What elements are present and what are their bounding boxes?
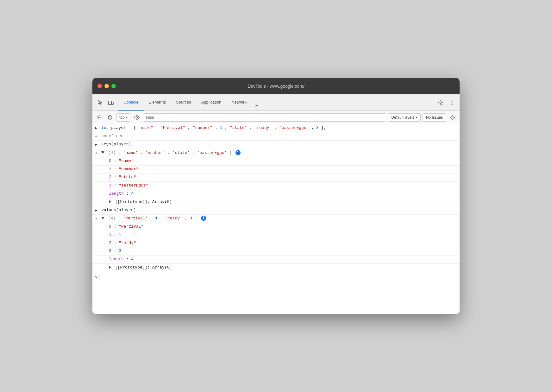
- console-line: ▶ let player = { "name" : "Parzival" , "…: [92, 124, 460, 132]
- expand-toggle[interactable]: [109, 200, 111, 203]
- live-expression-button[interactable]: [132, 113, 141, 122]
- cursor-icon: [97, 100, 103, 105]
- console-line: 0 : "name": [92, 157, 460, 166]
- main-toolbar: Console Elements Sources Application Net…: [92, 94, 460, 111]
- eye-icon: [134, 115, 140, 120]
- tab-bar: Console Elements Sources Application Net…: [118, 94, 436, 111]
- expand-toggle[interactable]: ▶: [95, 207, 101, 214]
- clear-icon: [97, 115, 102, 120]
- toolbar-left-actions: [95, 98, 116, 108]
- info-badge[interactable]: i: [201, 216, 206, 221]
- console-line: 1 : "number": [92, 166, 460, 174]
- tab-console[interactable]: Console: [118, 94, 144, 111]
- console-output: ▶ let player = { "name" : "Parzival" , "…: [92, 124, 460, 314]
- console-line: ▶ values(player): [92, 206, 460, 215]
- more-tabs-button[interactable]: »: [252, 100, 262, 111]
- window-controls: [97, 84, 116, 88]
- console-filter-input[interactable]: [143, 113, 386, 122]
- tab-elements[interactable]: Elements: [144, 94, 171, 111]
- tab-sources[interactable]: Sources: [171, 94, 196, 111]
- maximize-button[interactable]: [111, 84, 116, 88]
- inspect-element-button[interactable]: [95, 98, 105, 108]
- window-title: DevTools - www.google.com/: [248, 84, 304, 89]
- console-line: 1 : 1: [92, 231, 460, 239]
- device-icon: [108, 100, 114, 105]
- output-arrow: ◀: [95, 133, 101, 140]
- tab-application[interactable]: Application: [196, 94, 227, 111]
- console-line: 0 : "Parzival": [92, 223, 460, 231]
- svg-point-4: [452, 100, 453, 101]
- settings-small-icon: [450, 115, 455, 120]
- minimize-button[interactable]: [104, 84, 109, 88]
- console-line: ◀ (4) [ 'name' , 'number' , 'state' , 'e…: [92, 149, 460, 157]
- svg-line-9: [109, 116, 112, 119]
- console-line: ◀ (4) [ 'Parzival' , 1 , 'ready' , 3 ] i: [92, 215, 460, 223]
- console-line: length : 4: [92, 190, 460, 198]
- console-line: ▶ keys(player): [92, 141, 460, 149]
- console-cursor: [99, 275, 99, 280]
- svg-point-11: [452, 117, 453, 118]
- console-line: [[Prototype]]: Array(0): [92, 264, 460, 272]
- output-arrow: ◀: [95, 150, 101, 156]
- expand-toggle[interactable]: [109, 266, 111, 269]
- console-line: 3 : "easterEggs": [92, 182, 460, 190]
- console-line: 2 : "state": [92, 174, 460, 182]
- svg-point-3: [440, 102, 442, 103]
- collapse-toggle[interactable]: [101, 217, 104, 219]
- clear-console-button[interactable]: [95, 113, 104, 122]
- svg-rect-7: [97, 116, 101, 116]
- gear-icon: [438, 100, 443, 105]
- settings-button[interactable]: [436, 98, 446, 108]
- device-toolbar-button[interactable]: [106, 98, 116, 108]
- expand-toggle[interactable]: ▶: [95, 141, 101, 148]
- close-button[interactable]: [97, 84, 102, 88]
- console-input-line[interactable]: >: [92, 272, 460, 282]
- console-line: ◀ undefined: [92, 132, 460, 141]
- log-levels-button[interactable]: Default levels ▾: [388, 113, 421, 122]
- console-line: length : 4: [92, 256, 460, 264]
- more-options-button[interactable]: [447, 98, 457, 108]
- stop-recording-button[interactable]: [106, 113, 115, 122]
- titlebar: DevTools - www.google.com/: [92, 78, 460, 94]
- info-badge[interactable]: i: [235, 150, 241, 155]
- tab-network[interactable]: Network: [226, 94, 252, 111]
- svg-point-5: [452, 102, 453, 103]
- console-line: [[Prototype]]: Array(0): [92, 198, 460, 206]
- console-prompt: >: [95, 274, 97, 281]
- output-arrow: ◀: [95, 215, 101, 222]
- toolbar-right-actions: [436, 98, 457, 108]
- console-settings-button[interactable]: [448, 113, 457, 122]
- devtools-window: DevTools - www.google.com/ Console: [92, 78, 460, 314]
- svg-point-6: [452, 104, 453, 105]
- svg-rect-1: [112, 102, 113, 104]
- console-line: 3 : 3: [92, 247, 460, 256]
- block-icon: [108, 115, 113, 120]
- issues-counter-button[interactable]: No Issues: [423, 113, 446, 122]
- console-line: 2 : "ready": [92, 239, 460, 248]
- context-selector[interactable]: top ▾: [116, 113, 130, 122]
- expand-toggle[interactable]: ▶: [95, 125, 101, 131]
- svg-point-10: [136, 117, 137, 118]
- console-toolbar: top ▾ Default levels ▾ No Issues: [92, 111, 460, 124]
- collapse-toggle[interactable]: [101, 151, 104, 154]
- kebab-icon: [451, 100, 453, 105]
